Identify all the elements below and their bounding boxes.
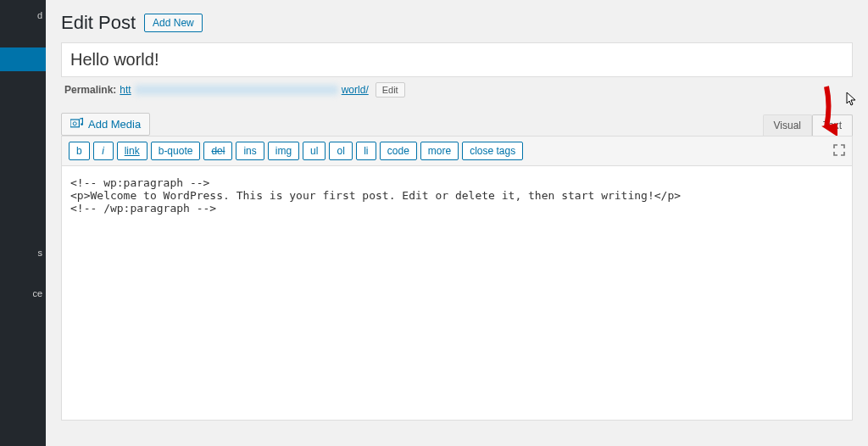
- svg-point-2: [81, 123, 83, 125]
- permalink-suffix[interactable]: world/: [342, 84, 369, 96]
- toolbar-bquote-button[interactable]: b-quote: [151, 142, 201, 160]
- toolbar-li-button[interactable]: li: [356, 142, 376, 160]
- sidebar-item-posts[interactable]: [0, 47, 46, 71]
- toolbar-ins-button[interactable]: ins: [236, 142, 264, 160]
- toolbar-italic-button[interactable]: i: [93, 142, 114, 160]
- fullscreen-icon[interactable]: [833, 144, 845, 159]
- text-toolbar: b i link b-quote del ins img ul ol li co…: [61, 136, 853, 166]
- svg-rect-0: [70, 120, 79, 127]
- camera-music-icon: [70, 117, 84, 131]
- add-media-button[interactable]: Add Media: [61, 113, 150, 136]
- sidebar-item-settings[interactable]: s: [0, 241, 46, 265]
- permalink-prefix[interactable]: htt: [120, 84, 131, 96]
- post-content-textarea[interactable]: [61, 166, 853, 421]
- permalink-label: Permalink:: [64, 84, 116, 96]
- toolbar-bold-button[interactable]: b: [69, 142, 90, 160]
- sidebar-item-appearance[interactable]: ce: [0, 282, 46, 305]
- edit-permalink-button[interactable]: Edit: [376, 82, 405, 98]
- add-new-button[interactable]: Add New: [144, 14, 203, 32]
- svg-point-1: [73, 122, 76, 125]
- tab-visual[interactable]: Visual: [763, 114, 812, 136]
- toolbar-more-button[interactable]: more: [420, 142, 459, 160]
- post-title-input[interactable]: [61, 42, 853, 77]
- toolbar-ol-button[interactable]: ol: [329, 142, 352, 160]
- toolbar-closetags-button[interactable]: close tags: [462, 142, 523, 160]
- page-title: Edit Post: [61, 12, 136, 34]
- admin-sidebar: d s ce: [0, 0, 46, 446]
- toolbar-link-button[interactable]: link: [117, 142, 147, 160]
- editor-tabs: Visual Text: [763, 114, 853, 136]
- toolbar-code-button[interactable]: code: [380, 142, 417, 160]
- permalink-row: Permalink: htt world/ Edit: [61, 82, 853, 98]
- toolbar-ul-button[interactable]: ul: [303, 142, 326, 160]
- sidebar-item-dashboard[interactable]: d: [0, 3, 46, 27]
- permalink-blurred: [135, 85, 338, 95]
- main-content: Edit Post Add New Permalink: htt world/ …: [46, 0, 868, 446]
- add-media-label: Add Media: [88, 118, 141, 131]
- tab-text[interactable]: Text: [812, 114, 853, 136]
- toolbar-img-button[interactable]: img: [268, 142, 299, 160]
- toolbar-del-button[interactable]: del: [203, 142, 232, 160]
